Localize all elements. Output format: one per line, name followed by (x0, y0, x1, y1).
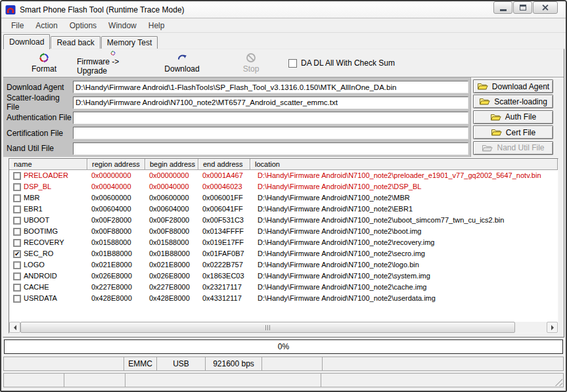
tab-memory-test[interactable]: Memory Test (101, 36, 158, 49)
partition-checkbox[interactable] (13, 295, 21, 303)
right-arrow-icon (551, 325, 554, 330)
partition-checkbox[interactable] (13, 239, 21, 247)
format-button-label: Format (32, 64, 57, 74)
download-agent-input[interactable] (73, 81, 468, 93)
tab-download[interactable]: Download (3, 34, 50, 49)
table-row: BOOTIMG0x00F880000x00F880000x0134FFFFD:\… (9, 226, 558, 237)
partition-name-cell: EBR1 (9, 204, 87, 215)
app-icon (5, 5, 16, 15)
download-agent-button[interactable]: Download Agent (473, 79, 553, 93)
da-dl-checksum-checkbox[interactable]: DA DL All With Check Sum (288, 58, 395, 68)
partition-location: D:\Handy\Firmware Android\N7100_note2\ub… (250, 215, 558, 226)
partition-name: BOOTIMG (24, 226, 58, 237)
title-bar[interactable]: Smart Phone Flash Tool (Runtime Trace Mo… (1, 1, 566, 18)
partition-end-address: 0x23217117 (198, 282, 250, 293)
partition-region-address: 0x021E8000 (87, 259, 145, 271)
partition-end-address: 0x006001FF (198, 192, 250, 204)
tab-read-back[interactable]: Read back (51, 36, 100, 49)
auth-file-input[interactable] (73, 112, 468, 124)
partition-name-cell: RECOVERY (9, 237, 87, 248)
partition-name-cell: ANDROID (9, 271, 87, 282)
partition-checkbox[interactable] (13, 194, 21, 202)
table-row: RECOVERY0x015880000x015880000x019E17FFD:… (9, 237, 558, 248)
partition-region-address: 0x00F28000 (87, 215, 145, 226)
window-controls (493, 1, 558, 14)
partition-checkbox[interactable] (13, 217, 21, 225)
partition-name: MBR (24, 192, 39, 204)
checkbox-label: DA DL All With Check Sum (301, 58, 395, 68)
scroll-left-button[interactable] (9, 322, 20, 333)
partition-name: RECOVERY (24, 237, 64, 248)
auth-file-button[interactable]: Auth File (473, 110, 553, 124)
column-header-region[interactable]: region address (87, 159, 145, 170)
partition-checkbox[interactable] (13, 183, 21, 191)
scatter-loading-button[interactable]: Scatter-loading (473, 95, 553, 108)
table-row: ✔SEC_RO0x01B880000x01B880000x01FAF0B7D:\… (9, 248, 558, 259)
partition-location: D:\Handy\Firmware Android\N7100_note2\MB… (250, 192, 558, 204)
scatter-file-input[interactable] (73, 97, 468, 109)
nand-util-button[interactable]: Nand Util File (473, 141, 553, 155)
menu-action[interactable]: Action (34, 20, 59, 32)
partition-region-address: 0x00000000 (87, 170, 145, 181)
column-header-begin[interactable]: begin address (145, 159, 198, 170)
partition-checkbox[interactable] (13, 228, 21, 236)
partition-checkbox[interactable] (13, 206, 21, 213)
minimize-button[interactable] (493, 1, 512, 14)
resize-grip[interactable] (554, 378, 562, 386)
nand-util-input[interactable] (73, 142, 468, 155)
cert-file-input[interactable] (73, 127, 468, 139)
scroll-right-button[interactable] (547, 322, 558, 333)
firmware-upgrade-button[interactable]: Firmware -> Upgrade (77, 51, 149, 76)
prohibition-icon (246, 53, 256, 63)
column-header-location[interactable]: location (250, 159, 558, 170)
maximize-button[interactable] (513, 1, 532, 14)
cert-file-button[interactable]: Cert File (473, 125, 553, 139)
partition-begin-address: 0x428E8000 (145, 293, 198, 304)
stop-button[interactable]: Stop (215, 51, 287, 76)
scrollbar-thumb[interactable] (20, 322, 515, 333)
thumb-grip-icon (269, 325, 270, 330)
partition-checkbox[interactable] (13, 284, 21, 292)
menu-options[interactable]: Options (68, 20, 99, 32)
partition-checkbox[interactable] (13, 272, 21, 280)
partition-name: DSP_BL (24, 181, 51, 192)
partition-name: SEC_RO (24, 248, 53, 259)
maximize-icon (520, 5, 526, 11)
menu-help[interactable]: Help (147, 20, 167, 32)
file-fields-buttons: Download Agent Scatter-loading Auth File… (471, 77, 564, 157)
partition-name: UBOOT (24, 215, 49, 226)
partition-region-address: 0x00600000 (87, 192, 145, 204)
scrollbar-track[interactable] (20, 322, 547, 333)
partition-location: D:\Handy\Firmware Android\N7100_note2\re… (250, 237, 558, 248)
table-header: name region address begin address end ad… (9, 159, 558, 170)
menu-window[interactable]: Window (106, 20, 139, 32)
partition-checkbox[interactable] (13, 261, 21, 269)
partition-region-address: 0x428E8000 (87, 293, 145, 304)
partition-checkbox[interactable]: ✔ (13, 250, 21, 258)
download-button[interactable]: Download (149, 51, 215, 76)
partition-begin-address: 0x00F88000 (145, 226, 198, 237)
auth-file-label: Authentication File (3, 113, 73, 122)
status-bar-bottom (3, 373, 564, 387)
close-button[interactable] (533, 1, 558, 14)
column-header-name[interactable]: name (9, 159, 87, 170)
column-header-end[interactable]: end address (198, 159, 250, 170)
left-arrow-icon (14, 325, 16, 330)
auth-file-button-label: Auth File (505, 112, 536, 121)
partition-end-address: 0x43312117 (198, 293, 250, 304)
partition-location: D:\Handy\Firmware Android\N7100_note2\us… (250, 293, 558, 304)
menu-file[interactable]: File (9, 20, 26, 32)
format-button[interactable]: Format (11, 51, 77, 76)
partition-end-address: 0x00046023 (198, 181, 250, 192)
nand-util-label: Nand Util File (3, 144, 73, 153)
partition-location: D:\Handy\Firmware Android\N7100_note2\pr… (250, 170, 558, 181)
status-cell-empty (322, 357, 564, 371)
partition-table: name region address begin address end ad… (9, 158, 558, 334)
partition-name-cell: CACHE (9, 282, 87, 293)
partition-name-cell: UBOOT (9, 215, 87, 226)
open-folder-icon (491, 128, 502, 137)
partition-checkbox[interactable] (13, 172, 21, 180)
partition-end-address: 0x0134FFFF (198, 226, 250, 237)
file-fields-section: Download Agent Scatter-loading File Auth… (3, 77, 564, 157)
partition-begin-address: 0x00000000 (145, 170, 198, 181)
